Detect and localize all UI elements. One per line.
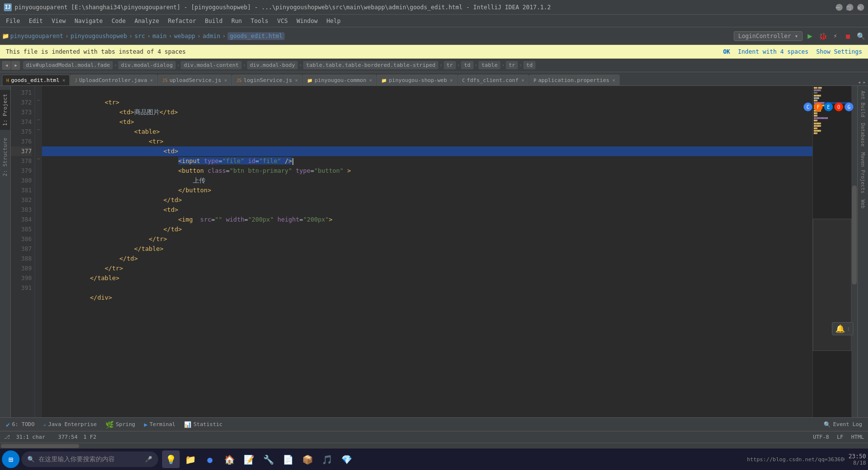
- tab-close-shop-web[interactable]: ×: [450, 78, 453, 83]
- menu-build[interactable]: Build: [201, 17, 227, 25]
- tab-close-upload-controller[interactable]: ×: [150, 78, 153, 83]
- breadcrumb-forward[interactable]: ▸: [11, 61, 20, 70]
- bc-item-5[interactable]: tr: [444, 61, 456, 69]
- tab-close-fdfs[interactable]: ×: [521, 78, 524, 83]
- bc-item-2[interactable]: div.modal-content: [181, 61, 242, 69]
- project-tab[interactable]: 1: Project: [0, 90, 10, 130]
- opera-icon[interactable]: O: [834, 102, 843, 111]
- maven-tab[interactable]: Maven Projects: [859, 149, 867, 196]
- menu-vcs[interactable]: VCS: [273, 17, 292, 25]
- taskbar-search-box[interactable]: 🔍 在这里输入你要搜索的内容 🎤: [21, 451, 158, 467]
- status-line-ending[interactable]: LF: [837, 434, 843, 440]
- menu-run[interactable]: Run: [227, 17, 246, 25]
- admin-folder[interactable]: admin: [203, 33, 220, 40]
- tab-event-log[interactable]: 🔍 Event Log: [820, 420, 866, 429]
- status-encoding[interactable]: UTF-8: [813, 434, 829, 440]
- bc-item-8[interactable]: tr: [506, 61, 518, 69]
- run-button[interactable]: ▶: [805, 31, 815, 41]
- bc-item-3[interactable]: div.modal-body: [247, 61, 298, 69]
- menu-code[interactable]: Code: [108, 17, 130, 25]
- bc-item-4[interactable]: table.table.table-bordered.table-striped: [303, 61, 438, 69]
- tab-close-upload-service[interactable]: ×: [224, 78, 227, 83]
- notification-ok[interactable]: OK: [723, 48, 730, 55]
- tab-right-btn[interactable]: ▸: [863, 79, 866, 85]
- taskbar-app-5[interactable]: 📝: [240, 450, 258, 468]
- tab-upload-service[interactable]: JS uploadService.js ×: [158, 75, 231, 85]
- stop-button[interactable]: ■: [843, 31, 853, 41]
- bc-item-1[interactable]: div.modal-dialog: [118, 61, 176, 69]
- main-folder[interactable]: main: [152, 33, 166, 40]
- vertical-scrollbar[interactable]: [851, 86, 857, 417]
- tab-upload-controller[interactable]: J UploadController.java ×: [70, 75, 158, 85]
- horizontal-scrollbar[interactable]: [0, 443, 868, 449]
- bc-item-7[interactable]: table: [478, 61, 500, 69]
- taskbar-app-2[interactable]: 📁: [182, 450, 199, 468]
- firefox-icon[interactable]: F: [814, 102, 823, 111]
- current-file[interactable]: goods_edit.html: [227, 32, 284, 40]
- menu-refactor[interactable]: Refactor: [164, 17, 200, 25]
- taskbar-chrome[interactable]: ●: [201, 450, 219, 468]
- tab-spring[interactable]: 🌿 Spring: [102, 419, 139, 430]
- tab-todo[interactable]: ✔ 6: TODO: [2, 419, 39, 430]
- bc-item-9[interactable]: td: [523, 61, 536, 69]
- tab-fdfs[interactable]: C fdfs_client.conf ×: [458, 75, 529, 85]
- taskbar-app-7[interactable]: 📄: [279, 450, 297, 468]
- tab-common[interactable]: 📁 pinyougou-common ×: [303, 75, 376, 85]
- notification-indent[interactable]: Indent with 4 spaces: [738, 48, 809, 55]
- taskbar-app-8[interactable]: 📦: [299, 450, 316, 468]
- code-editor[interactable]: <tr> <td>商品图片</td> <td> <table> <tr>: [42, 86, 812, 417]
- tab-terminal[interactable]: ▶ Terminal: [140, 420, 179, 429]
- tab-goods-edit[interactable]: H goods_edit.html ×: [2, 75, 70, 85]
- status-filetype[interactable]: HTML: [851, 434, 865, 440]
- tab-login-service[interactable]: JS loginService.js ×: [232, 75, 302, 85]
- scrollbar-h-thumb[interactable]: [1, 444, 79, 448]
- fold-378[interactable]: ─: [35, 154, 42, 164]
- fold-375[interactable]: ─: [35, 125, 42, 135]
- tab-application[interactable]: P application.properties ×: [529, 75, 620, 85]
- breadcrumb-back[interactable]: ◂: [2, 61, 11, 70]
- close-button[interactable]: ✕: [857, 4, 864, 11]
- src-folder[interactable]: src: [134, 33, 145, 40]
- tab-left-btn[interactable]: ◂: [858, 79, 861, 85]
- menu-window[interactable]: Window: [292, 17, 321, 25]
- menu-edit[interactable]: Edit: [25, 17, 47, 25]
- menu-help[interactable]: Help: [323, 17, 345, 25]
- taskbar-app-9[interactable]: 🎵: [318, 450, 336, 468]
- project-name[interactable]: pinyougouparent: [10, 33, 63, 40]
- taskbar-intellij[interactable]: 💡: [162, 450, 180, 468]
- window-controls[interactable]: ─ □ ✕: [836, 4, 864, 11]
- tab-statistic[interactable]: 📊 Statistic: [180, 420, 227, 429]
- bc-item-0[interactable]: div#uploadModal.modal.fade: [23, 61, 113, 69]
- chrome-icon[interactable]: C: [804, 102, 812, 111]
- tab-close-login-service[interactable]: ×: [295, 78, 298, 83]
- webapp-folder[interactable]: webapp: [174, 33, 195, 40]
- maximize-button[interactable]: □: [847, 4, 853, 11]
- tab-shop-web[interactable]: 📁 pinyougou-shop-web ×: [377, 75, 457, 85]
- menu-navigate[interactable]: Navigate: [71, 17, 107, 25]
- menu-tools[interactable]: Tools: [247, 17, 272, 25]
- database-tab[interactable]: Database: [859, 120, 867, 149]
- debug-button[interactable]: 🐞: [817, 31, 828, 41]
- structure-tab[interactable]: 2: Structure: [0, 134, 10, 180]
- bc-item-6[interactable]: td: [461, 61, 473, 69]
- taskbar-mic-icon[interactable]: 🎤: [145, 456, 152, 463]
- menu-analyze[interactable]: Analyze: [130, 17, 163, 25]
- scrollbar-thumb[interactable]: [852, 185, 857, 285]
- status-position[interactable]: 31:1 char 377:54: [16, 434, 78, 440]
- module-name[interactable]: pinyougoushopweb: [71, 33, 127, 40]
- fold-371[interactable]: ─: [35, 96, 42, 105]
- taskbar-app-4[interactable]: 🏠: [221, 450, 238, 468]
- ant-build-tab[interactable]: Ant Build: [859, 88, 867, 120]
- start-button[interactable]: ⊞: [2, 450, 20, 468]
- tab-java-enterprise[interactable]: ☕ Java Enterprise: [40, 420, 101, 429]
- run-config-label[interactable]: LoginController ▾: [734, 31, 803, 41]
- status-indent[interactable]: 1 F2: [83, 434, 97, 440]
- taskbar-app-10[interactable]: 💎: [338, 450, 355, 468]
- ie-icon[interactable]: E: [824, 102, 833, 111]
- tab-close-common[interactable]: ×: [369, 78, 372, 83]
- tab-close-goods-edit[interactable]: ×: [62, 78, 65, 83]
- menu-file[interactable]: File: [2, 17, 24, 25]
- minimize-button[interactable]: ─: [836, 4, 843, 11]
- tab-close-application[interactable]: ×: [612, 78, 615, 83]
- browser-icon-5[interactable]: G: [845, 102, 853, 111]
